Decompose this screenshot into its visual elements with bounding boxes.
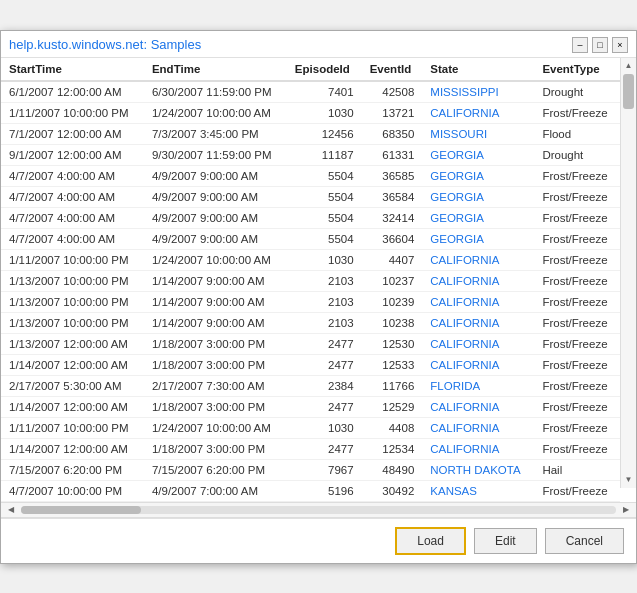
- event-id-cell: 48490: [362, 459, 423, 480]
- start-time-cell: 1/14/2007 12:00:00 AM: [1, 438, 144, 459]
- col-state: State: [422, 58, 534, 81]
- end-time-cell: 1/18/2007 3:00:00 PM: [144, 438, 287, 459]
- end-time-cell: 4/9/2007 9:00:00 AM: [144, 186, 287, 207]
- table-row: 4/7/2007 4:00:00 AM4/9/2007 9:00:00 AM55…: [1, 207, 620, 228]
- event-id-cell: 12529: [362, 396, 423, 417]
- episode-id-cell: 2103: [287, 312, 362, 333]
- event-id-cell: 32414: [362, 207, 423, 228]
- end-time-cell: 4/9/2007 9:00:00 AM: [144, 228, 287, 249]
- state-cell: FLORIDA: [422, 375, 534, 396]
- event-id-cell: 36585: [362, 165, 423, 186]
- episode-id-cell: 2103: [287, 291, 362, 312]
- hscroll-thumb: [21, 506, 141, 514]
- end-time-cell: 2/17/2007 7:30:00 AM: [144, 375, 287, 396]
- event-id-cell: 11766: [362, 375, 423, 396]
- cancel-button[interactable]: Cancel: [545, 528, 624, 554]
- start-time-cell: 7/1/2007 12:00:00 AM: [1, 123, 144, 144]
- table-row: 1/13/2007 10:00:00 PM1/14/2007 9:00:00 A…: [1, 270, 620, 291]
- table-row: 1/11/2007 10:00:00 PM1/24/2007 10:00:00 …: [1, 417, 620, 438]
- event-id-cell: 4408: [362, 417, 423, 438]
- episode-id-cell: 7967: [287, 459, 362, 480]
- scroll-left-button[interactable]: ◀: [3, 502, 19, 518]
- table-container: StartTime EndTime EpisodeId EventId Stat…: [1, 58, 636, 502]
- event-type-cell: Frost/Freeze: [534, 312, 620, 333]
- episode-id-cell: 5196: [287, 480, 362, 501]
- end-time-cell: 7/15/2007 6:20:00 PM: [144, 459, 287, 480]
- end-time-cell: 1/24/2007 10:00:00 AM: [144, 249, 287, 270]
- start-time-cell: 7/15/2007 6:20:00 PM: [1, 459, 144, 480]
- event-id-cell: 42508: [362, 81, 423, 103]
- event-type-cell: Flood: [534, 123, 620, 144]
- event-type-cell: Frost/Freeze: [534, 249, 620, 270]
- table-row: 7/1/2007 12:00:00 AM7/3/2007 3:45:00 PM1…: [1, 123, 620, 144]
- load-button[interactable]: Load: [395, 527, 466, 555]
- state-cell: CALIFORNIA: [422, 312, 534, 333]
- state-cell: CALIFORNIA: [422, 417, 534, 438]
- table-row: 1/14/2007 12:00:00 AM1/18/2007 3:00:00 P…: [1, 354, 620, 375]
- start-time-cell: 1/13/2007 10:00:00 PM: [1, 270, 144, 291]
- col-event-id: EventId: [362, 58, 423, 81]
- start-time-cell: 1/13/2007 12:00:00 AM: [1, 333, 144, 354]
- start-time-cell: 9/1/2007 12:00:00 AM: [1, 144, 144, 165]
- event-type-cell: Frost/Freeze: [534, 438, 620, 459]
- scroll-down-button[interactable]: ▼: [621, 472, 636, 488]
- episode-id-cell: 5504: [287, 207, 362, 228]
- start-time-cell: 4/7/2007 4:00:00 AM: [1, 228, 144, 249]
- edit-button[interactable]: Edit: [474, 528, 537, 554]
- start-time-cell: 1/13/2007 10:00:00 PM: [1, 291, 144, 312]
- event-type-cell: Frost/Freeze: [534, 417, 620, 438]
- event-id-cell: 13721: [362, 102, 423, 123]
- minimize-button[interactable]: –: [572, 37, 588, 53]
- content-area: StartTime EndTime EpisodeId EventId Stat…: [1, 58, 636, 518]
- start-time-cell: 1/11/2007 10:00:00 PM: [1, 102, 144, 123]
- start-time-cell: 1/14/2007 12:00:00 AM: [1, 354, 144, 375]
- start-time-cell: 1/14/2007 12:00:00 AM: [1, 396, 144, 417]
- col-start-time: StartTime: [1, 58, 144, 81]
- table-row: 4/7/2007 10:00:00 PM4/9/2007 7:00:00 AM5…: [1, 480, 620, 501]
- end-time-cell: 1/24/2007 10:00:00 AM: [144, 417, 287, 438]
- state-cell: GEORGIA: [422, 228, 534, 249]
- end-time-cell: 1/14/2007 9:00:00 AM: [144, 312, 287, 333]
- end-time-cell: 4/9/2007 9:00:00 AM: [144, 207, 287, 228]
- data-table: StartTime EndTime EpisodeId EventId Stat…: [1, 58, 620, 502]
- state-cell: CALIFORNIA: [422, 333, 534, 354]
- start-time-cell: 2/17/2007 5:30:00 AM: [1, 375, 144, 396]
- vertical-scrollbar[interactable]: ▲ ▼: [620, 58, 636, 488]
- end-time-cell: 9/30/2007 11:59:00 PM: [144, 144, 287, 165]
- table-row: 7/15/2007 6:20:00 PM7/15/2007 6:20:00 PM…: [1, 459, 620, 480]
- start-time-cell: 4/7/2007 10:00:00 PM: [1, 480, 144, 501]
- state-cell: GEORGIA: [422, 207, 534, 228]
- event-type-cell: Frost/Freeze: [534, 165, 620, 186]
- close-button[interactable]: ×: [612, 37, 628, 53]
- footer: Load Edit Cancel: [1, 518, 636, 563]
- event-id-cell: 10238: [362, 312, 423, 333]
- event-id-cell: 12534: [362, 438, 423, 459]
- maximize-button[interactable]: □: [592, 37, 608, 53]
- table-scroll[interactable]: StartTime EndTime EpisodeId EventId Stat…: [1, 58, 620, 502]
- table-row: 2/17/2007 5:30:00 AM2/17/2007 7:30:00 AM…: [1, 375, 620, 396]
- episode-id-cell: 2103: [287, 270, 362, 291]
- event-type-cell: Frost/Freeze: [534, 354, 620, 375]
- end-time-cell: 6/30/2007 11:59:00 PM: [144, 81, 287, 103]
- state-cell: NORTH DAKOTA: [422, 459, 534, 480]
- scroll-up-button[interactable]: ▲: [621, 58, 636, 74]
- start-time-cell: 1/11/2007 10:00:00 PM: [1, 249, 144, 270]
- horizontal-scrollbar[interactable]: ◀ ▶: [1, 502, 636, 518]
- episode-id-cell: 2477: [287, 396, 362, 417]
- episode-id-cell: 2477: [287, 333, 362, 354]
- start-time-cell: 6/1/2007 12:00:00 AM: [1, 81, 144, 103]
- scroll-right-button[interactable]: ▶: [618, 502, 634, 518]
- state-cell: GEORGIA: [422, 144, 534, 165]
- event-id-cell: 12530: [362, 333, 423, 354]
- hscroll-track: [21, 506, 616, 514]
- table-row: 1/11/2007 10:00:00 PM1/24/2007 10:00:00 …: [1, 249, 620, 270]
- event-type-cell: Hail: [534, 459, 620, 480]
- table-row: 1/14/2007 12:00:00 AM1/18/2007 3:00:00 P…: [1, 438, 620, 459]
- start-time-cell: 1/13/2007 10:00:00 PM: [1, 312, 144, 333]
- event-type-cell: Frost/Freeze: [534, 102, 620, 123]
- end-time-cell: 4/9/2007 9:00:00 AM: [144, 165, 287, 186]
- event-type-cell: Frost/Freeze: [534, 228, 620, 249]
- episode-id-cell: 7401: [287, 81, 362, 103]
- state-cell: CALIFORNIA: [422, 438, 534, 459]
- state-cell: CALIFORNIA: [422, 396, 534, 417]
